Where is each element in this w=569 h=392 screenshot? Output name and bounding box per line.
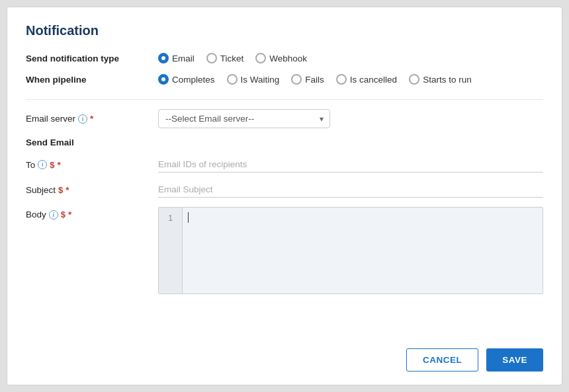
email-server-required: *	[90, 114, 93, 124]
radio-is-waiting-label[interactable]: Is Waiting	[241, 75, 280, 85]
radio-item-fails[interactable]: Fails	[291, 74, 324, 85]
radio-item-is-waiting[interactable]: Is Waiting	[227, 74, 280, 85]
body-text: Body	[26, 210, 46, 219]
editor-content[interactable]	[183, 208, 543, 294]
notification-type-row: Send notification type Email Ticket Webh…	[26, 53, 543, 63]
radio-item-starts-to-run[interactable]: Starts to run	[409, 74, 472, 85]
pipeline-condition-group: Completes Is Waiting Fails Is cancelled …	[158, 74, 472, 85]
to-dollar-icon: $	[50, 160, 54, 170]
subject-label: Subject $ *	[26, 185, 158, 195]
radio-webhook-label[interactable]: Webhook	[269, 54, 307, 63]
text-cursor	[188, 212, 189, 223]
body-editor[interactable]: 1	[158, 207, 543, 294]
send-email-label: Send Email	[26, 137, 158, 147]
subject-dollar-icon: $	[58, 185, 63, 195]
notification-type-group: Email Ticket Webhook	[158, 53, 307, 63]
body-info-icon: i	[49, 210, 58, 219]
radio-starts-to-run-label[interactable]: Starts to run	[423, 75, 472, 85]
subject-text: Subject	[26, 185, 56, 195]
line-numbers: 1	[159, 208, 183, 294]
radio-email[interactable]	[158, 53, 169, 63]
radio-completes[interactable]	[158, 74, 169, 85]
body-dollar-icon: $	[61, 210, 66, 219]
radio-is-waiting[interactable]	[227, 74, 238, 85]
to-required: *	[58, 160, 61, 170]
email-server-select[interactable]: --Select Email server--	[158, 109, 330, 128]
radio-item-email[interactable]: Email	[158, 53, 195, 63]
save-button[interactable]: SAVE	[486, 348, 543, 372]
radio-ticket-label[interactable]: Ticket	[220, 54, 244, 63]
to-info-icon: i	[38, 160, 47, 169]
to-input[interactable]	[158, 157, 543, 173]
pipeline-condition-label: When pipeline	[26, 75, 158, 85]
notification-type-label: Send notification type	[26, 54, 158, 63]
radio-item-is-cancelled[interactable]: Is cancelled	[336, 74, 397, 85]
email-server-input-wrapper: --Select Email server-- ▾	[158, 109, 543, 128]
section-divider	[26, 99, 543, 100]
body-editor-wrapper: 1	[158, 207, 543, 294]
subject-required: *	[66, 185, 69, 195]
send-email-text: Send Email	[26, 137, 74, 147]
to-text: To	[26, 160, 35, 170]
radio-email-label[interactable]: Email	[172, 54, 195, 63]
radio-starts-to-run[interactable]	[409, 74, 419, 85]
send-email-label-row: Send Email	[26, 137, 543, 147]
radio-completes-label[interactable]: Completes	[172, 75, 215, 85]
radio-is-cancelled[interactable]	[336, 74, 347, 85]
body-field-row: Body i $ * 1	[26, 207, 543, 294]
modal-footer: CANCEL SAVE	[406, 348, 543, 372]
radio-fails-label[interactable]: Fails	[305, 75, 324, 85]
radio-webhook[interactable]	[255, 53, 266, 63]
pipeline-condition-row: When pipeline Completes Is Waiting Fails…	[26, 74, 543, 85]
email-server-text: Email server	[26, 114, 75, 124]
email-server-label: Email server i *	[26, 114, 158, 124]
radio-item-webhook[interactable]: Webhook	[255, 53, 307, 63]
to-input-wrapper[interactable]	[158, 157, 543, 173]
body-label: Body i $ *	[26, 210, 158, 219]
line-number-1: 1	[159, 212, 182, 225]
email-server-info-icon: i	[78, 114, 87, 124]
modal-title: Notification	[26, 23, 543, 38]
cancel-button[interactable]: CANCEL	[406, 348, 478, 372]
radio-ticket[interactable]	[206, 53, 217, 63]
subject-field-row: Subject $ *	[26, 182, 543, 198]
email-server-select-wrapper[interactable]: --Select Email server-- ▾	[158, 109, 330, 128]
radio-fails[interactable]	[291, 74, 302, 85]
subject-input-wrapper[interactable]	[158, 182, 543, 198]
subject-input[interactable]	[158, 182, 543, 198]
radio-item-ticket[interactable]: Ticket	[206, 53, 244, 63]
email-server-row: Email server i * --Select Email server--…	[26, 109, 543, 128]
radio-is-cancelled-label[interactable]: Is cancelled	[350, 75, 397, 85]
radio-item-completes[interactable]: Completes	[158, 74, 215, 85]
notification-modal: Notification Send notification type Emai…	[7, 7, 562, 385]
body-required: *	[68, 210, 71, 219]
to-field-row: To i $ *	[26, 157, 543, 173]
to-label: To i $ *	[26, 160, 158, 170]
